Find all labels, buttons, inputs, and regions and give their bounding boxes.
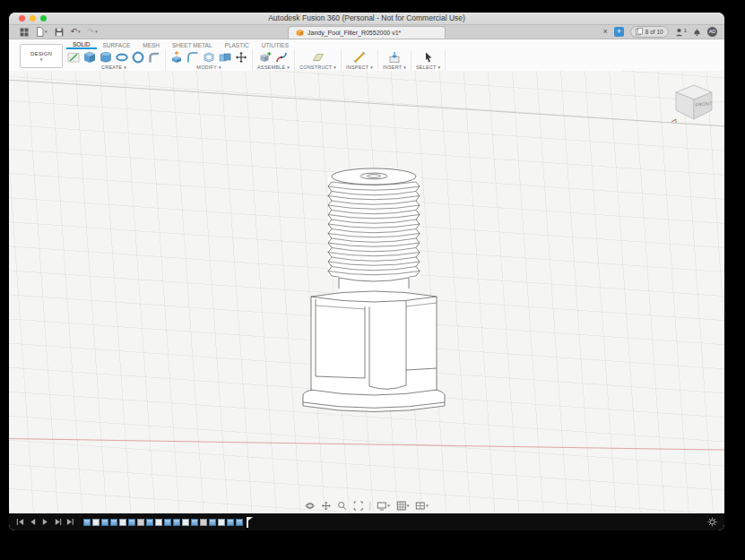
- user-avatar[interactable]: AD: [707, 27, 717, 37]
- timeline-feature-icon[interactable]: [164, 519, 171, 526]
- group-create: CREATE▾: [63, 49, 166, 72]
- data-panel-icon[interactable]: [20, 28, 29, 37]
- modify-dropdown[interactable]: MODIFY▾: [196, 65, 221, 70]
- timeline-bar: [9, 513, 724, 530]
- create-torus-icon[interactable]: [116, 51, 128, 64]
- move-copy-icon[interactable]: [235, 51, 247, 64]
- dropdown-caret-icon: ▾: [219, 65, 221, 70]
- timeline-feature-icon[interactable]: [119, 519, 126, 526]
- shell-icon[interactable]: [203, 51, 215, 64]
- quick-access-icons: ▾ ↶ ▾ ↷ ▾: [20, 26, 98, 38]
- dropdown-caret-icon: ▾: [438, 65, 441, 70]
- orbit-icon[interactable]: [305, 501, 315, 511]
- timeline-feature-icon[interactable]: [218, 519, 225, 526]
- tab-utilities[interactable]: UTILITIES: [256, 42, 295, 49]
- timeline-feature-icon[interactable]: [173, 519, 180, 526]
- select-dropdown[interactable]: SELECT▾: [416, 65, 440, 70]
- construct-dropdown[interactable]: CONSTRUCT▾: [299, 65, 336, 70]
- dropdown-caret-icon: ▾: [95, 30, 98, 34]
- dropdown-caret-icon: ▾: [78, 30, 81, 34]
- timeline-feature-icon[interactable]: [83, 519, 91, 526]
- select-cursor-icon[interactable]: [422, 51, 435, 64]
- timeline-feature-icon[interactable]: [200, 519, 207, 526]
- timeline-feature-icon[interactable]: [227, 519, 234, 526]
- go-to-start-icon[interactable]: [16, 518, 24, 526]
- timeline-features: [83, 517, 254, 528]
- timeline-feature-icon[interactable]: [236, 519, 243, 526]
- create-box-icon[interactable]: [83, 51, 96, 64]
- construction-plane-icon[interactable]: [312, 51, 325, 64]
- tab-plastic[interactable]: PLASTIC: [219, 42, 256, 49]
- model-3d[interactable]: [9, 71, 724, 513]
- document-title: Jandy_Pool_Filter_R0552000 v1*: [308, 30, 401, 36]
- viewport-canvas[interactable]: FRONT ▾ ▾: [9, 71, 724, 513]
- modify-icons: [170, 50, 247, 65]
- create-cylinder-icon[interactable]: [100, 51, 112, 64]
- timeline-feature-icon[interactable]: [92, 519, 100, 526]
- measure-icon[interactable]: [353, 51, 366, 64]
- viewports-icon[interactable]: ▾: [415, 501, 429, 511]
- step-forward-icon[interactable]: [54, 518, 62, 526]
- select-icons: [422, 50, 435, 65]
- group-construct: CONSTRUCT▾: [295, 49, 342, 72]
- play-icon[interactable]: [41, 518, 49, 526]
- timeline-feature-icon[interactable]: [110, 519, 117, 526]
- tab-solid[interactable]: SOLID: [66, 41, 97, 49]
- timeline-feature-icon[interactable]: [146, 519, 153, 526]
- undo-icon[interactable]: ↶ ▾: [71, 28, 81, 36]
- tab-sheet-metal[interactable]: SHEET METAL: [166, 42, 219, 49]
- ribbon-toolbar: DESIGN ▾ SOLID SURFACE MESH SHEET METAL …: [9, 39, 724, 73]
- inspect-dropdown[interactable]: INSPECT▾: [346, 65, 373, 70]
- create-dropdown[interactable]: CREATE▾: [101, 65, 126, 70]
- timeline-feature-icon[interactable]: [101, 519, 108, 526]
- document-limit-badge[interactable]: 8 of 10: [630, 26, 669, 38]
- display-settings-icon[interactable]: ▾: [377, 501, 390, 511]
- macos-titlebar[interactable]: Autodesk Fusion 360 (Personal - Not for …: [9, 13, 724, 25]
- notifications-bell-icon[interactable]: [693, 24, 701, 40]
- create-icons: [67, 50, 160, 65]
- create-sketch-icon[interactable]: [67, 51, 80, 64]
- pan-icon[interactable]: [321, 501, 331, 511]
- combine-icon[interactable]: [219, 51, 231, 64]
- save-icon[interactable]: [55, 28, 64, 37]
- step-back-icon[interactable]: [29, 518, 37, 526]
- workspace-selector[interactable]: DESIGN ▾: [20, 44, 63, 68]
- settings-gear-icon[interactable]: [707, 517, 717, 527]
- fillet-icon[interactable]: [186, 51, 199, 64]
- press-pull-icon[interactable]: [170, 51, 183, 64]
- redo-icon[interactable]: ↷ ▾: [88, 28, 98, 36]
- assemble-dropdown[interactable]: ASSEMBLE▾: [257, 65, 290, 70]
- close-tab-icon[interactable]: ×: [603, 28, 608, 36]
- collaborators-count: 1: [684, 28, 687, 33]
- go-to-end-icon[interactable]: [66, 518, 74, 526]
- tab-mesh[interactable]: MESH: [136, 42, 166, 49]
- timeline-position-marker[interactable]: [247, 517, 254, 528]
- navbar-separator: [369, 502, 370, 511]
- insert-dropdown[interactable]: INSERT▾: [383, 65, 406, 70]
- dropdown-caret-icon: ▾: [370, 65, 373, 70]
- tab-surface[interactable]: SURFACE: [97, 42, 137, 49]
- timeline-feature-icon[interactable]: [191, 519, 198, 526]
- fit-view-icon[interactable]: [353, 501, 363, 511]
- joint-icon[interactable]: [275, 51, 288, 64]
- collaborators-indicator[interactable]: 1: [675, 28, 687, 37]
- dropdown-caret-icon: ▾: [403, 65, 406, 70]
- grid-settings-icon[interactable]: ▾: [396, 501, 410, 511]
- document-icon: [296, 29, 304, 37]
- timeline-feature-icon[interactable]: [182, 519, 189, 526]
- document-tab[interactable]: Jandy_Pool_Filter_R0552000 v1*: [288, 26, 446, 39]
- file-menu-icon[interactable]: ▾: [36, 27, 48, 37]
- dropdown-caret-icon: ▾: [287, 65, 290, 70]
- new-tab-button[interactable]: +: [614, 27, 624, 37]
- timeline-feature-icon[interactable]: [128, 519, 135, 526]
- new-component-icon[interactable]: [259, 51, 272, 64]
- timeline-feature-icon[interactable]: [155, 519, 162, 526]
- create-coil-icon[interactable]: [132, 51, 144, 64]
- timeline-feature-icon[interactable]: [137, 519, 144, 526]
- insert-icon[interactable]: [388, 51, 401, 64]
- group-select: SELECT▾: [411, 49, 446, 72]
- viewcube[interactable]: FRONT: [671, 80, 717, 123]
- zoom-icon[interactable]: [337, 501, 347, 511]
- create-pipe-icon[interactable]: [148, 51, 160, 64]
- timeline-feature-icon[interactable]: [209, 519, 216, 526]
